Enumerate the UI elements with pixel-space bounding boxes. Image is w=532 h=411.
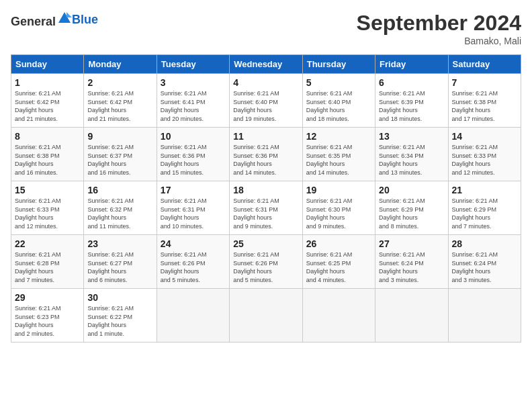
table-row: 2 Sunrise: 6:21 AM Sunset: 6:42 PM Dayli… xyxy=(84,74,157,128)
day-number: 4 xyxy=(233,77,298,88)
day-number: 22 xyxy=(15,238,80,249)
table-row xyxy=(230,289,302,342)
table-row: 21 Sunrise: 6:21 AM Sunset: 6:29 PM Dayl… xyxy=(448,181,521,235)
table-row: 12 Sunrise: 6:21 AM Sunset: 6:35 PM Dayl… xyxy=(302,128,375,181)
title-area: September 2024 Bamako, Mali xyxy=(357,11,521,46)
table-row xyxy=(157,289,229,342)
day-info: Sunrise: 6:21 AM Sunset: 6:28 PM Dayligh… xyxy=(15,250,80,284)
table-row: 13 Sunrise: 6:21 AM Sunset: 6:34 PM Dayl… xyxy=(375,128,448,181)
day-number: 1 xyxy=(15,77,80,88)
calendar-table: Sunday Monday Tuesday Wednesday Thursday… xyxy=(11,54,521,342)
table-row: 4 Sunrise: 6:21 AM Sunset: 6:40 PM Dayli… xyxy=(230,74,302,128)
day-info: Sunrise: 6:21 AM Sunset: 6:40 PM Dayligh… xyxy=(233,89,298,123)
day-number: 2 xyxy=(87,77,152,88)
day-info: Sunrise: 6:21 AM Sunset: 6:33 PM Dayligh… xyxy=(452,143,517,177)
day-number: 30 xyxy=(87,292,152,303)
day-number: 7 xyxy=(452,77,517,88)
day-info: Sunrise: 6:21 AM Sunset: 6:36 PM Dayligh… xyxy=(161,143,226,177)
col-tuesday: Tuesday xyxy=(157,55,229,74)
day-number: 23 xyxy=(87,238,152,249)
day-number: 27 xyxy=(379,238,444,249)
table-row: 28 Sunrise: 6:21 AM Sunset: 6:24 PM Dayl… xyxy=(448,235,521,289)
day-info: Sunrise: 6:21 AM Sunset: 6:22 PM Dayligh… xyxy=(87,304,152,338)
day-info: Sunrise: 6:21 AM Sunset: 6:26 PM Dayligh… xyxy=(233,250,298,284)
col-saturday: Saturday xyxy=(448,55,521,74)
col-sunday: Sunday xyxy=(11,55,84,74)
day-info: Sunrise: 6:21 AM Sunset: 6:35 PM Dayligh… xyxy=(306,143,371,177)
day-info: Sunrise: 6:21 AM Sunset: 6:24 PM Dayligh… xyxy=(452,250,517,284)
day-number: 8 xyxy=(15,131,80,142)
col-thursday: Thursday xyxy=(302,55,375,74)
day-info: Sunrise: 6:21 AM Sunset: 6:38 PM Dayligh… xyxy=(452,89,517,123)
table-row: 10 Sunrise: 6:21 AM Sunset: 6:36 PM Dayl… xyxy=(157,128,229,181)
day-info: Sunrise: 6:21 AM Sunset: 6:40 PM Dayligh… xyxy=(306,89,371,123)
day-number: 28 xyxy=(452,238,517,249)
month-title: September 2024 xyxy=(357,11,521,36)
table-row: 14 Sunrise: 6:21 AM Sunset: 6:33 PM Dayl… xyxy=(448,128,521,181)
table-row: 8 Sunrise: 6:21 AM Sunset: 6:38 PM Dayli… xyxy=(11,128,84,181)
day-number: 6 xyxy=(379,77,444,88)
table-row: 29 Sunrise: 6:21 AM Sunset: 6:23 PM Dayl… xyxy=(11,289,84,342)
table-row: 16 Sunrise: 6:21 AM Sunset: 6:32 PM Dayl… xyxy=(84,181,157,235)
day-info: Sunrise: 6:21 AM Sunset: 6:25 PM Dayligh… xyxy=(306,250,371,284)
col-friday: Friday xyxy=(375,55,448,74)
day-number: 5 xyxy=(306,77,371,88)
table-row: 5 Sunrise: 6:21 AM Sunset: 6:40 PM Dayli… xyxy=(302,74,375,128)
logo-icon xyxy=(57,11,72,26)
day-number: 16 xyxy=(87,185,152,195)
day-number: 21 xyxy=(452,185,517,195)
day-number: 15 xyxy=(15,185,80,195)
table-row: 26 Sunrise: 6:21 AM Sunset: 6:25 PM Dayl… xyxy=(302,235,375,289)
day-info: Sunrise: 6:21 AM Sunset: 6:34 PM Dayligh… xyxy=(379,143,444,177)
day-info: Sunrise: 6:21 AM Sunset: 6:36 PM Dayligh… xyxy=(233,143,298,177)
logo-blue-text: Blue xyxy=(72,13,98,27)
day-info: Sunrise: 6:21 AM Sunset: 6:23 PM Dayligh… xyxy=(15,304,80,338)
svg-marker-1 xyxy=(66,12,72,17)
table-row: 23 Sunrise: 6:21 AM Sunset: 6:27 PM Dayl… xyxy=(84,235,157,289)
table-row: 25 Sunrise: 6:21 AM Sunset: 6:26 PM Dayl… xyxy=(230,235,302,289)
table-row: 3 Sunrise: 6:21 AM Sunset: 6:41 PM Dayli… xyxy=(157,74,229,128)
logo-general-text: General xyxy=(11,15,56,28)
day-info: Sunrise: 6:21 AM Sunset: 6:37 PM Dayligh… xyxy=(87,143,152,177)
table-row: 6 Sunrise: 6:21 AM Sunset: 6:39 PM Dayli… xyxy=(375,74,448,128)
table-row: 19 Sunrise: 6:21 AM Sunset: 6:30 PM Dayl… xyxy=(302,181,375,235)
table-row: 20 Sunrise: 6:21 AM Sunset: 6:29 PM Dayl… xyxy=(375,181,448,235)
day-number: 11 xyxy=(233,131,298,142)
day-info: Sunrise: 6:21 AM Sunset: 6:38 PM Dayligh… xyxy=(15,143,80,177)
day-number: 12 xyxy=(306,131,371,142)
day-number: 14 xyxy=(452,131,517,142)
day-number: 25 xyxy=(233,238,298,249)
header: General Blue September 2024 Bamako, Mali xyxy=(11,11,521,46)
day-info: Sunrise: 6:21 AM Sunset: 6:31 PM Dayligh… xyxy=(233,197,298,230)
calendar-container: General Blue September 2024 Bamako, Mali… xyxy=(0,0,532,348)
day-number: 19 xyxy=(306,185,371,195)
table-row: 17 Sunrise: 6:21 AM Sunset: 6:31 PM Dayl… xyxy=(157,181,229,235)
table-row: 11 Sunrise: 6:21 AM Sunset: 6:36 PM Dayl… xyxy=(230,128,302,181)
day-info: Sunrise: 6:21 AM Sunset: 6:24 PM Dayligh… xyxy=(379,250,444,284)
day-number: 10 xyxy=(161,131,226,142)
day-info: Sunrise: 6:21 AM Sunset: 6:39 PM Dayligh… xyxy=(379,89,444,123)
logo: General Blue xyxy=(11,11,98,29)
table-row: 18 Sunrise: 6:21 AM Sunset: 6:31 PM Dayl… xyxy=(230,181,302,235)
day-info: Sunrise: 6:21 AM Sunset: 6:41 PM Dayligh… xyxy=(161,89,226,123)
col-monday: Monday xyxy=(84,55,157,74)
table-row: 1 Sunrise: 6:21 AM Sunset: 6:42 PM Dayli… xyxy=(11,74,84,128)
day-info: Sunrise: 6:21 AM Sunset: 6:30 PM Dayligh… xyxy=(306,197,371,230)
day-number: 3 xyxy=(161,77,226,88)
day-info: Sunrise: 6:21 AM Sunset: 6:27 PM Dayligh… xyxy=(87,250,152,284)
day-info: Sunrise: 6:21 AM Sunset: 6:26 PM Dayligh… xyxy=(161,250,226,284)
table-row: 15 Sunrise: 6:21 AM Sunset: 6:33 PM Dayl… xyxy=(11,181,84,235)
day-info: Sunrise: 6:21 AM Sunset: 6:42 PM Dayligh… xyxy=(87,89,152,123)
table-row: 7 Sunrise: 6:21 AM Sunset: 6:38 PM Dayli… xyxy=(448,74,521,128)
day-info: Sunrise: 6:21 AM Sunset: 6:31 PM Dayligh… xyxy=(161,197,226,230)
day-number: 13 xyxy=(379,131,444,142)
day-info: Sunrise: 6:21 AM Sunset: 6:29 PM Dayligh… xyxy=(452,197,517,230)
day-number: 9 xyxy=(87,131,152,142)
day-number: 29 xyxy=(15,292,80,303)
table-row: 30 Sunrise: 6:21 AM Sunset: 6:22 PM Dayl… xyxy=(84,289,157,342)
col-wednesday: Wednesday xyxy=(230,55,302,74)
day-info: Sunrise: 6:21 AM Sunset: 6:32 PM Dayligh… xyxy=(87,197,152,230)
day-number: 26 xyxy=(306,238,371,249)
table-row: 9 Sunrise: 6:21 AM Sunset: 6:37 PM Dayli… xyxy=(84,128,157,181)
table-row: 24 Sunrise: 6:21 AM Sunset: 6:26 PM Dayl… xyxy=(157,235,229,289)
